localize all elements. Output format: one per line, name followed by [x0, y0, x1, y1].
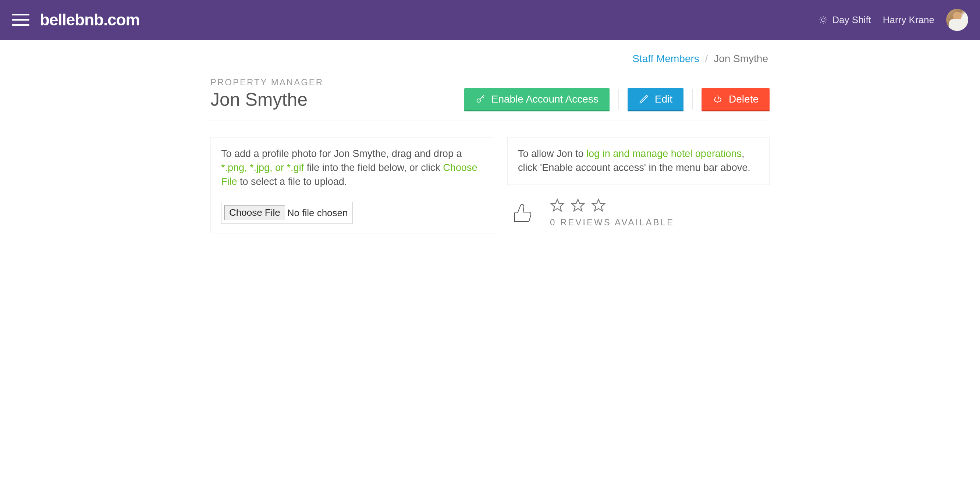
- breadcrumb-current: Jon Smythe: [714, 53, 768, 64]
- role-label: PROPERTY MANAGER: [210, 77, 323, 87]
- breadcrumb: Staff Members / Jon Smythe: [210, 40, 770, 65]
- page-header-row: PROPERTY MANAGER Jon Smythe Enable Accou…: [210, 77, 770, 121]
- action-buttons: Enable Account Access Edit: [464, 88, 770, 110]
- file-input-row: Choose File No file chosen: [221, 202, 484, 224]
- thumbs-up-icon: [509, 201, 533, 225]
- divider: [618, 89, 619, 109]
- svg-line-8: [826, 17, 826, 17]
- recycle-icon: [713, 94, 723, 105]
- login-manage-text: log in and manage hotel operations: [586, 148, 741, 159]
- svg-line-6: [826, 22, 826, 23]
- svg-marker-11: [572, 199, 584, 211]
- reviews-right: 0 REVIEWS AVAILABLE: [550, 198, 674, 228]
- star-icon: [550, 198, 565, 213]
- enable-account-access-button[interactable]: Enable Account Access: [464, 88, 609, 110]
- star-rating: [550, 198, 674, 213]
- shift-indicator[interactable]: Day Shift: [819, 14, 871, 26]
- content-columns: To add a profile photo for Jon Smythe, d…: [210, 137, 770, 233]
- upload-instructions: To add a profile photo for Jon Smythe, d…: [221, 147, 484, 189]
- svg-marker-10: [551, 199, 563, 211]
- breadcrumb-separator: /: [705, 53, 708, 64]
- file-input[interactable]: Choose File No file chosen: [221, 202, 353, 224]
- breadcrumb-parent-link[interactable]: Staff Members: [632, 53, 699, 64]
- enable-account-access-label: Enable Account Access: [492, 94, 598, 105]
- account-access-instructions: To allow Jon to log in and manage hotel …: [518, 147, 759, 175]
- upload-photo-card: To add a profile photo for Jon Smythe, d…: [210, 137, 494, 233]
- edit-button[interactable]: Edit: [628, 88, 684, 110]
- svg-point-0: [821, 18, 825, 22]
- svg-line-7: [821, 22, 821, 23]
- edit-label: Edit: [655, 94, 673, 105]
- filetypes-text: *.png, *.jpg, or *.gif: [221, 162, 304, 173]
- choose-file-button[interactable]: Choose File: [224, 205, 285, 220]
- divider: [692, 89, 693, 109]
- reviews-summary: 0 REVIEWS AVAILABLE: [507, 198, 770, 228]
- account-access-card: To allow Jon to log in and manage hotel …: [507, 137, 770, 185]
- key-icon: [475, 94, 485, 105]
- delete-button[interactable]: Delete: [702, 88, 770, 110]
- reviews-count-label: 0 REVIEWS AVAILABLE: [550, 217, 674, 228]
- star-icon: [591, 198, 606, 213]
- shift-label: Day Shift: [832, 14, 871, 26]
- page-title: Jon Smythe: [210, 89, 323, 110]
- current-user-name[interactable]: Harry Krane: [883, 14, 934, 26]
- svg-marker-12: [592, 199, 605, 211]
- svg-line-5: [821, 17, 821, 17]
- file-chosen-label: No file chosen: [287, 206, 348, 219]
- avatar[interactable]: [946, 9, 968, 31]
- brand-logo[interactable]: bellebnb.com: [40, 11, 140, 29]
- sun-icon: [819, 16, 828, 24]
- top-right-group: Day Shift Harry Krane: [819, 9, 968, 31]
- hamburger-menu-icon[interactable]: [12, 14, 29, 26]
- delete-label: Delete: [729, 94, 759, 105]
- title-block: PROPERTY MANAGER Jon Smythe: [210, 77, 323, 110]
- right-column: To allow Jon to log in and manage hotel …: [507, 137, 770, 233]
- top-bar: bellebnb.com Day Shift Harry Krane: [0, 0, 980, 40]
- pencil-icon: [639, 94, 649, 105]
- star-icon: [571, 198, 585, 213]
